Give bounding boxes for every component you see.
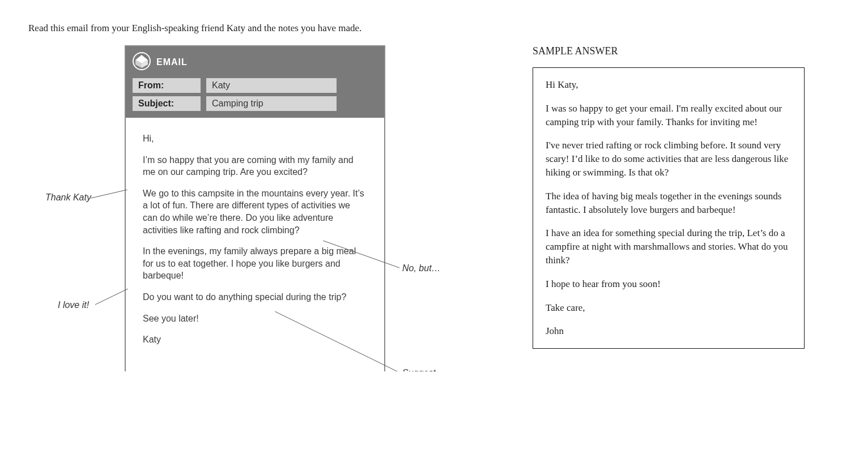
from-value: Katy — [206, 78, 337, 93]
subject-row: Subject: Camping trip — [133, 96, 377, 111]
instruction-top: Read this email from your English-speaki… — [28, 23, 840, 34]
annotation-i-love-it: I love it! — [58, 300, 89, 310]
ans-p6: I hope to hear from you soon! — [546, 277, 792, 291]
ans-p5: I have an idea for something special dur… — [546, 226, 792, 267]
mail-icon — [133, 52, 151, 72]
email-p6: See you later! — [143, 313, 367, 325]
svg-line-4 — [91, 190, 127, 198]
email-body: Hi, I’m so happy that you are coming wit… — [126, 118, 384, 371]
email-header: EMAIL From: Katy Subject: Camping trip — [126, 46, 384, 118]
ans-p1: Hi Katy, — [546, 78, 792, 92]
annotation-suggest: Suggest … — [402, 368, 447, 371]
annotation-line-2 — [95, 289, 129, 306]
annotation-thank-katy: Thank Katy — [45, 192, 91, 203]
email-app-label: EMAIL — [156, 57, 188, 67]
answer-column: SAMPLE ANSWER Hi Katy, I was so happy to… — [533, 45, 840, 349]
subject-label: Subject: — [133, 96, 201, 111]
ans-p8: John — [546, 324, 792, 338]
svg-line-5 — [95, 289, 128, 305]
subject-value: Camping trip — [206, 96, 337, 111]
sample-answer-title: SAMPLE ANSWER — [533, 45, 840, 57]
email-p4: In the evenings, my family always prepar… — [143, 245, 367, 282]
ans-p3: I've never tried rafting or rock climbin… — [546, 139, 792, 179]
ans-p4: The idea of having big meals together in… — [546, 190, 792, 217]
annotation-no-but: No, but… — [402, 263, 441, 273]
email-p1: Hi, — [143, 132, 367, 145]
ans-p7: Take care, — [546, 301, 792, 315]
email-p3: We go to this campsite in the mountains … — [143, 187, 367, 236]
email-p7: Katy — [143, 333, 367, 346]
ans-p2: I was so happy to get your email. I'm re… — [546, 102, 792, 129]
from-row: From: Katy — [133, 78, 377, 93]
sample-answer-box: Hi Katy, I was so happy to get your emai… — [533, 67, 805, 349]
email-card: EMAIL From: Katy Subject: Camping trip H… — [125, 45, 385, 371]
email-p5: Do you want to do anything special durin… — [143, 291, 367, 303]
email-p2: I’m so happy that you are coming with my… — [143, 154, 367, 178]
from-label: From: — [133, 78, 201, 93]
